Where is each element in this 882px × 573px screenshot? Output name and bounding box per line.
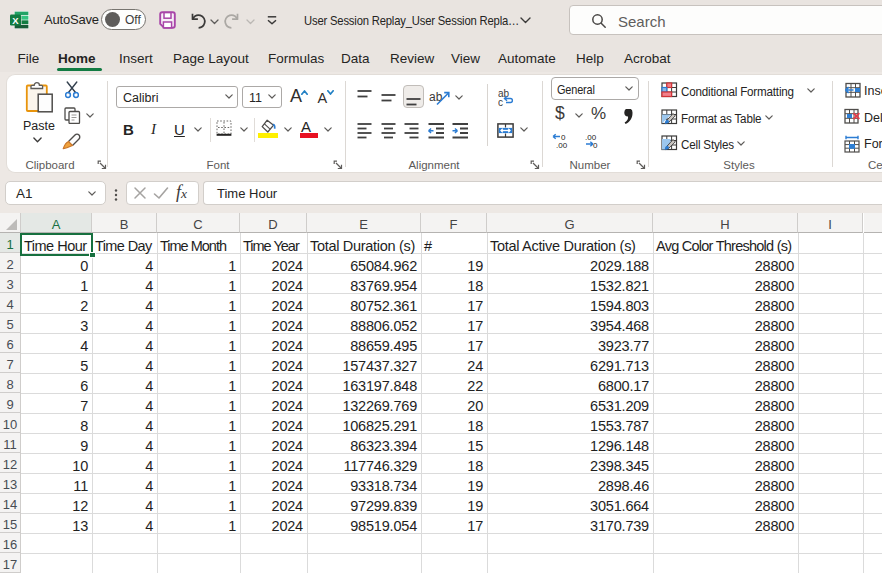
svg-text:X: X: [12, 15, 19, 26]
svg-text:.00: .00: [556, 141, 568, 149]
svg-text:c: c: [498, 97, 503, 107]
svg-text:0: 0: [593, 141, 598, 149]
